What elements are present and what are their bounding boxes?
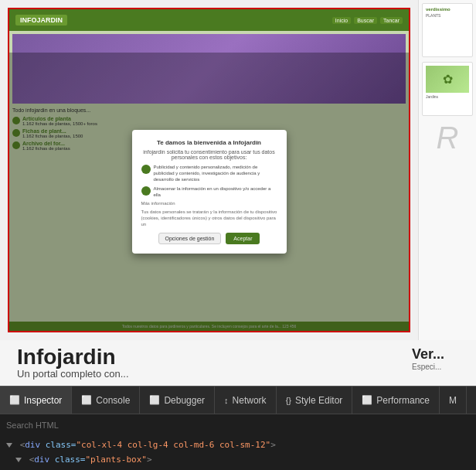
- modal-subtitle: infojardin solicita tu consentimiento pa…: [141, 149, 277, 160]
- modal-buttons: Opciones de gestión Aceptar: [141, 233, 277, 244]
- html-value-2: "plants-box": [86, 455, 147, 465]
- browser-preview: INFOJARDIN Inicio Buscar Tancar Todo inf…: [0, 0, 418, 340]
- modal-body-text: Tus datos personales se tratarán y la in…: [141, 209, 277, 227]
- nav-item-3[interactable]: Tancar: [380, 17, 403, 24]
- tab-debugger[interactable]: ⬜ Debugger: [140, 387, 215, 414]
- performance-label: Performance: [376, 395, 430, 406]
- debugger-icon: ⬜: [149, 395, 160, 405]
- console-icon: ⬜: [81, 395, 92, 405]
- nav-item-2[interactable]: Buscar: [354, 17, 377, 24]
- infojardin-title-block: Infojardin Un portal completo con...: [9, 346, 409, 380]
- verdissimo-subtitle: Especi...: [412, 363, 464, 371]
- inspector-label: Inspector: [24, 395, 62, 406]
- consent-modal-overlay: Te damos la bienvenida a Infojardín info…: [9, 53, 409, 331]
- search-html-input[interactable]: [6, 421, 470, 430]
- top-area: INFOJARDIN Inicio Buscar Tancar Todo inf…: [0, 0, 476, 340]
- modal-option-icon-2: [141, 186, 151, 196]
- triangle-icon-1: [6, 443, 12, 448]
- preview-card-jardins: ✿ Jardins: [422, 62, 473, 116]
- preview-text-verdissimo: PLANTS: [426, 13, 469, 18]
- infojardin-h1: Infojardin: [17, 346, 401, 368]
- html-close-2: >: [147, 455, 152, 465]
- modal-option-text-1: Publicidad y contenido personalizado, me…: [154, 165, 277, 182]
- site-nav: Inicio Buscar Tancar: [332, 17, 403, 24]
- network-label: Network: [233, 395, 267, 406]
- modal-title: Te damos la bienvenida a Infojardín: [141, 139, 277, 146]
- verdissimo-title-block: Ver... Especi...: [409, 346, 467, 371]
- triangle-icon-2: [15, 458, 22, 462]
- flower-icon: ✿: [443, 72, 453, 87]
- performance-icon: ⬜: [362, 395, 372, 405]
- modal-option-text-2: Almacenar la información en un dispositi…: [154, 186, 277, 199]
- browser-inner: INFOJARDIN Inicio Buscar Tancar Todo inf…: [9, 9, 409, 331]
- console-label: Console: [96, 395, 130, 406]
- site-content: Todo infojardin en una bloques... Artícu…: [9, 31, 409, 331]
- preview-card-verdissimo: verdissimo PLANTS: [422, 3, 473, 57]
- devtools-html-panel: <div class="col-xl-4 col-lg-4 col-md-6 c…: [0, 435, 476, 470]
- html-line-1: <div class="col-xl-4 col-lg-4 col-md-6 c…: [6, 438, 470, 453]
- modal-more-link[interactable]: Más información: [141, 201, 277, 206]
- modal-manage-button[interactable]: Opciones de gestión: [158, 233, 222, 244]
- modal-accept-button[interactable]: Aceptar: [226, 233, 260, 244]
- modal-option-2: Almacenar la información en un dispositi…: [141, 186, 277, 199]
- modal-option-icon-1: [141, 165, 151, 174]
- html-tagname-2: div: [34, 455, 49, 465]
- site-header: INFOJARDIN Inicio Buscar Tancar: [9, 9, 409, 31]
- html-value-1: "col-xl-4 col-lg-4 col-md-6 col-sm-12": [76, 440, 271, 450]
- nav-item-1[interactable]: Inicio: [332, 17, 351, 24]
- style-editor-icon: {}: [286, 396, 291, 405]
- debugger-label: Debugger: [164, 395, 205, 406]
- html-close-1: >: [270, 440, 276, 450]
- tab-style-editor[interactable]: {} Style Editor: [277, 387, 353, 414]
- html-attr-class-2: class=: [55, 455, 86, 465]
- devtools-search-bar[interactable]: [0, 414, 476, 435]
- preview-big-letter: R: [422, 121, 473, 155]
- network-icon: ↕: [224, 396, 229, 405]
- devtools-toolbar: ⬜ Inspector ⬜ Console ⬜ Debugger ↕ Netwo…: [0, 386, 476, 414]
- preview-text-jardins: Jardins: [426, 94, 469, 99]
- site-main: Todo infojardin en una bloques... Artícu…: [9, 31, 409, 331]
- consent-modal: Te damos la bienvenida a Infojardín info…: [132, 130, 287, 253]
- bottom-titles-section: Infojardin Un portal completo con... Ver…: [0, 340, 476, 386]
- tab-more[interactable]: M: [440, 387, 467, 414]
- preview-flower-image: ✿: [426, 66, 469, 93]
- style-editor-label: Style Editor: [295, 395, 342, 406]
- inspector-icon: ⬜: [9, 395, 20, 405]
- html-tagname-1: div: [25, 440, 40, 450]
- tab-inspector[interactable]: ⬜ Inspector: [0, 387, 72, 414]
- infojardin-subtitle: Un portal completo con...: [17, 368, 401, 380]
- tab-network[interactable]: ↕ Network: [215, 387, 277, 414]
- html-attr-class-1: class=: [46, 440, 76, 450]
- site-logo: INFOJARDIN: [15, 15, 67, 26]
- html-line-3: <figure>: [6, 467, 470, 470]
- verdissimo-h1: Ver...: [412, 346, 464, 363]
- right-preview-sidebar: verdissimo PLANTS ✿ Jardins R: [418, 0, 476, 340]
- modal-option-1: Publicidad y contenido personalizado, me…: [141, 165, 277, 182]
- browser-frame: INFOJARDIN Inicio Buscar Tancar Todo inf…: [8, 8, 410, 332]
- tab-performance[interactable]: ⬜ Performance: [352, 387, 440, 414]
- tab-console[interactable]: ⬜ Console: [72, 387, 140, 414]
- html-line-2: <div class="plants-box">: [6, 453, 470, 468]
- more-label: M: [449, 395, 457, 406]
- preview-logo-verdissimo: verdissimo: [426, 7, 469, 12]
